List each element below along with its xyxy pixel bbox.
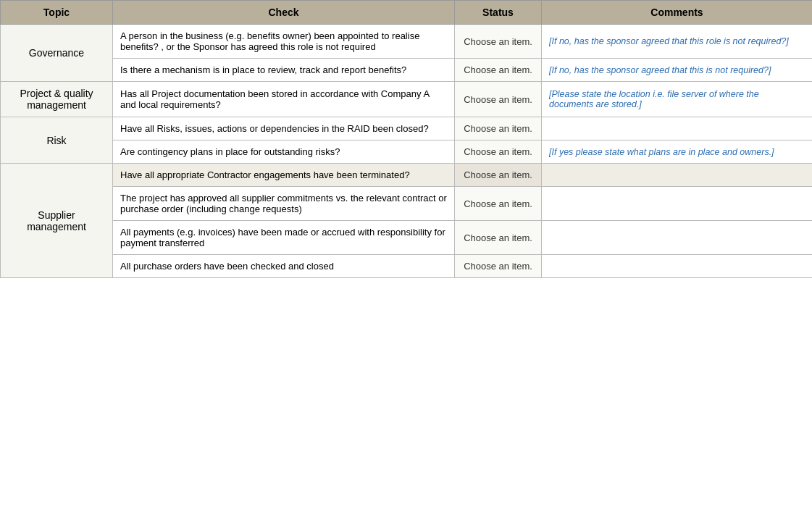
comment-cell: [If no, has the sponsor agreed that this…: [542, 59, 813, 82]
comment-cell: [Please state the location i.e. file ser…: [542, 82, 813, 117]
header-check: Check: [113, 1, 455, 25]
check-cell: A person in the business (e.g. benefits …: [113, 25, 455, 59]
table-row: Project & quality managementHas all Proj…: [1, 82, 813, 117]
table-row: All purchase orders have been checked an…: [1, 255, 813, 278]
check-cell: The project has approved all supplier co…: [113, 187, 455, 221]
header-status: Status: [455, 1, 542, 25]
status-dropdown[interactable]: Choose an item.: [455, 82, 542, 117]
status-dropdown[interactable]: Choose an item.: [455, 25, 542, 59]
table-row: The project has approved all supplier co…: [1, 187, 813, 221]
topic-cell: Governance: [1, 25, 113, 82]
check-cell: Is there a mechanism is in place to revi…: [113, 59, 455, 82]
status-dropdown[interactable]: Choose an item.: [455, 59, 542, 82]
check-cell: Have all appropriate Contractor engageme…: [113, 164, 455, 187]
check-cell: Have all Risks, issues, actions or depen…: [113, 117, 455, 140]
topic-cell: Risk: [1, 117, 113, 164]
topic-cell: Project & quality management: [1, 82, 113, 117]
comment-cell: [If yes please state what plans are in p…: [542, 140, 813, 164]
header-topic: Topic: [1, 1, 113, 25]
comment-cell: [542, 187, 813, 221]
table-row: All payments (e.g. invoices) have been m…: [1, 221, 813, 255]
comment-cell: [542, 221, 813, 255]
table-row: RiskHave all Risks, issues, actions or d…: [1, 117, 813, 140]
status-dropdown[interactable]: Choose an item.: [455, 187, 542, 221]
check-cell: All purchase orders have been checked an…: [113, 255, 455, 278]
status-dropdown[interactable]: Choose an item.: [455, 117, 542, 140]
table-row: GovernanceA person in the business (e.g.…: [1, 25, 813, 59]
check-cell: All payments (e.g. invoices) have been m…: [113, 221, 455, 255]
table-row: Is there a mechanism is in place to revi…: [1, 59, 813, 82]
table-row: Are contingency plans in place for outst…: [1, 140, 813, 164]
status-dropdown[interactable]: Choose an item.: [455, 164, 542, 187]
check-cell: Are contingency plans in place for outst…: [113, 140, 455, 164]
check-cell: Has all Project documentation been store…: [113, 82, 455, 117]
comment-cell: [542, 164, 813, 187]
table-row: Supplier managementHave all appropriate …: [1, 164, 813, 187]
comment-cell: [If no, has the sponsor agreed that this…: [542, 25, 813, 59]
topic-cell: Supplier management: [1, 164, 113, 278]
comment-cell: [542, 117, 813, 140]
status-dropdown[interactable]: Choose an item.: [455, 221, 542, 255]
comment-cell: [542, 255, 813, 278]
status-dropdown[interactable]: Choose an item.: [455, 140, 542, 164]
status-dropdown[interactable]: Choose an item.: [455, 255, 542, 278]
header-comments: Comments: [542, 1, 813, 25]
